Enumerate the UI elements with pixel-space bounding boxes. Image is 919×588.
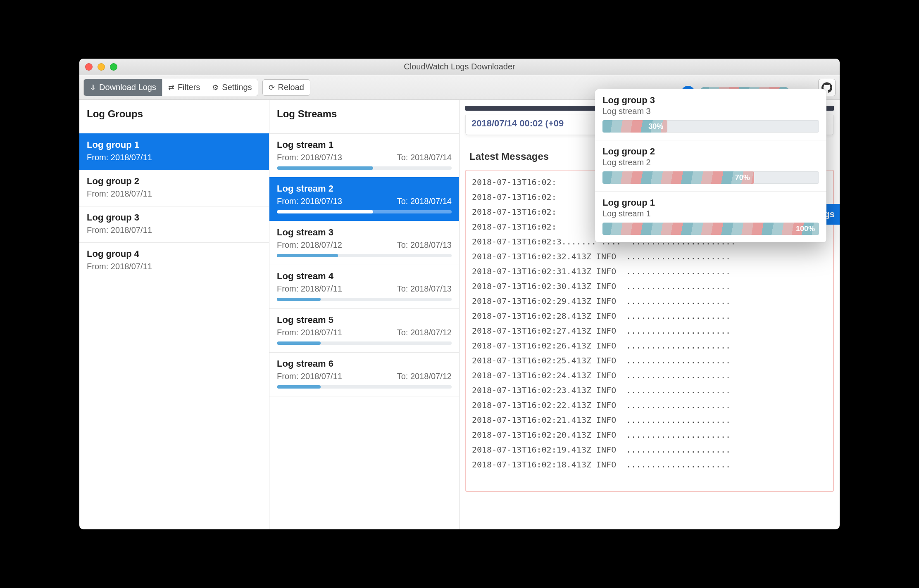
log-group-item[interactable]: Log group 1 From: 2018/07/11 (79, 133, 269, 170)
download-progress-item[interactable]: Log group 1 Log stream 1 100% (595, 192, 826, 242)
app-window: CloudWatch Logs Downloader ⇩ Download Lo… (79, 59, 840, 529)
log-stream-from: From: 2018/07/11 (277, 328, 342, 337)
log-stream-name: Log stream 2 (277, 183, 452, 194)
download-percent-label: 30% (648, 122, 663, 131)
log-groups-column: Log Groups Log group 1 From: 2018/07/11L… (79, 100, 269, 529)
download-group-name: Log group 1 (602, 197, 819, 208)
download-stream-name: Log stream 3 (602, 107, 819, 116)
titlebar[interactable]: CloudWatch Logs Downloader (79, 59, 840, 75)
filters-icon: ⇄ (168, 83, 174, 92)
log-stream-to: To: 2018/07/12 (397, 328, 452, 337)
log-stream-name: Log stream 4 (277, 271, 452, 282)
log-stream-to: To: 2018/07/14 (397, 153, 452, 162)
gear-icon: ⚙ (212, 83, 219, 92)
log-streams-column: Log Streams Log stream 1 From: 2018/07/1… (269, 100, 460, 529)
log-stream-item[interactable]: Log stream 2 From: 2018/07/13To: 2018/07… (269, 177, 459, 221)
settings-label: Settings (222, 83, 252, 92)
settings-button[interactable]: ⚙ Settings (206, 79, 257, 96)
log-stream-from: From: 2018/07/12 (277, 240, 342, 250)
log-group-from: From: 2018/07/11 (87, 153, 262, 162)
minimize-window-button[interactable] (98, 63, 105, 71)
log-stream-name: Log stream 6 (277, 358, 452, 369)
download-icon: ⇩ (90, 83, 96, 92)
download-progress-item[interactable]: Log group 2 Log stream 2 70% (595, 140, 826, 192)
log-stream-to: To: 2018/07/12 (397, 372, 452, 381)
log-stream-item[interactable]: Log stream 5 From: 2018/07/11To: 2018/07… (269, 308, 459, 353)
log-stream-from: From: 2018/07/11 (277, 372, 342, 381)
window-controls (85, 63, 117, 71)
log-stream-from: From: 2018/07/11 (277, 284, 342, 294)
log-stream-item[interactable]: Log stream 6 From: 2018/07/11To: 2018/07… (269, 352, 459, 396)
reload-button[interactable]: ⟳ Reload (262, 79, 310, 96)
download-logs-label: Download Logs (99, 83, 156, 92)
download-progress-bar: 70% (602, 171, 819, 184)
download-percent-label: 70% (735, 173, 750, 182)
log-stream-from: From: 2018/07/13 (277, 197, 342, 206)
log-stream-item[interactable]: Log stream 3 From: 2018/07/12To: 2018/07… (269, 221, 459, 265)
log-group-from: From: 2018/07/11 (87, 262, 262, 271)
log-stream-name: Log stream 1 (277, 140, 452, 150)
download-group-name: Log group 2 (602, 146, 819, 157)
reload-label: Reload (278, 83, 304, 92)
log-stream-progress (277, 254, 452, 257)
log-stream-to: To: 2018/07/14 (397, 197, 452, 206)
log-streams-header: Log Streams (269, 100, 459, 134)
log-group-item[interactable]: Log group 3 From: 2018/07/11 (79, 206, 269, 243)
log-group-name: Log group 2 (87, 176, 262, 187)
filters-label: Filters (178, 83, 200, 92)
log-groups-header: Log Groups (79, 100, 269, 134)
window-title: CloudWatch Logs Downloader (404, 62, 515, 71)
log-group-from: From: 2018/07/11 (87, 225, 262, 235)
log-stream-item[interactable]: Log stream 1 From: 2018/07/13To: 2018/07… (269, 133, 459, 178)
download-group-name: Log group 3 (602, 95, 819, 106)
download-progress-bar: 30% (602, 120, 819, 133)
download-progress-bar: 100% (602, 223, 819, 235)
log-group-name: Log group 4 (87, 249, 262, 259)
log-stream-item[interactable]: Log stream 4 From: 2018/07/11To: 2018/07… (269, 265, 459, 309)
toolbar-group-main: ⇩ Download Logs ⇄ Filters ⚙ Settings (83, 79, 258, 96)
log-stream-from: From: 2018/07/13 (277, 153, 342, 162)
log-stream-progress (277, 385, 452, 389)
log-group-from: From: 2018/07/11 (87, 189, 262, 199)
log-stream-to: To: 2018/07/13 (397, 284, 452, 294)
download-progress-popup: Log group 3 Log stream 3 30% Log group 2… (595, 89, 826, 242)
maximize-window-button[interactable] (110, 63, 117, 71)
download-stream-name: Log stream 1 (602, 209, 819, 218)
log-stream-progress (277, 166, 452, 170)
download-progress-item[interactable]: Log group 3 Log stream 3 30% (595, 89, 826, 140)
log-stream-to: To: 2018/07/13 (397, 240, 452, 250)
download-percent-label: 100% (796, 225, 815, 233)
filters-button[interactable]: ⇄ Filters (162, 79, 206, 96)
reload-icon: ⟳ (269, 83, 275, 92)
log-group-name: Log group 1 (87, 140, 262, 150)
log-stream-name: Log stream 3 (277, 227, 452, 238)
download-stream-name: Log stream 2 (602, 158, 819, 167)
log-stream-progress (277, 341, 452, 345)
log-stream-progress (277, 210, 452, 213)
log-group-item[interactable]: Log group 2 From: 2018/07/11 (79, 170, 269, 206)
log-stream-name: Log stream 5 (277, 315, 452, 325)
log-group-name: Log group 3 (87, 212, 262, 223)
close-window-button[interactable] (85, 63, 93, 71)
log-group-item[interactable]: Log group 4 From: 2018/07/11 (79, 242, 269, 279)
download-logs-button[interactable]: ⇩ Download Logs (84, 79, 162, 96)
log-stream-progress (277, 298, 452, 301)
